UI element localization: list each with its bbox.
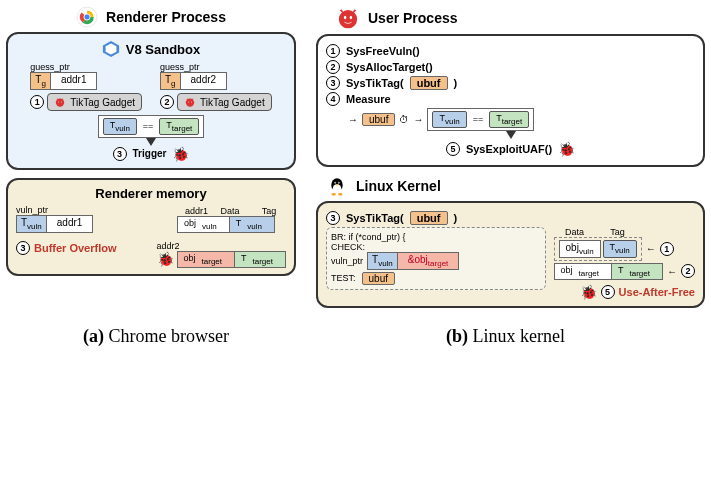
renderer-process-header: Renderer Process [6,6,296,28]
renderer-memory-panel: Renderer memory vuln_ptr Tvuln addr1 add… [6,178,296,276]
tag-hdr: Tag [252,206,286,216]
kstep-3-circle: 3 [326,211,340,225]
diagram-root: Renderer Process V8 Sandbox guess_ptr Tg… [6,6,705,316]
kernel-vuln-ptr-row: vuln_ptr Tvuln &objtarget [331,252,541,270]
tiktag-gadget-1: TikTag Gadget [47,93,142,111]
v8-sandbox-panel: V8 Sandbox guess_ptr Tg addr1 1 [6,32,296,170]
down-arrow [16,138,286,146]
step-1b-circle: 1 [326,44,340,58]
step-1-line: 1 SysFreeVuln() [326,44,695,58]
down-arrow-2 [326,131,695,139]
obj-target: objtarget Ttarget [177,251,286,268]
svg-point-20 [332,193,336,196]
step-5-line: 5 SysExploitUAF() 🐞 [326,141,695,157]
buffer-overflow-label: Buffer Overflow [34,242,117,254]
guess-ptr-row: guess_ptr Tg addr1 1 Ti [16,62,286,111]
k-and-obj-target: &objtarget [398,253,458,269]
linux-column: User Process 1 SysFreeVuln() 2 SysAllocT… [316,6,705,316]
kernel-header: Linux Kernel [326,175,705,197]
bug-icon: 🐞 [172,146,189,162]
ttarget-chip-2: Ttarget [489,111,529,128]
test-row: TEST: ubuf [331,272,541,285]
mem-top-row: vuln_ptr Tvuln addr1 addr1 Data Tag objv… [16,205,286,233]
mem-headers-group: addr1 Data Tag objvuln Tvuln [177,206,286,233]
vuln-addr1: addr1 [47,216,93,232]
kernel-gadget-box: BR: if (*cond_ptr) { CHECK: vuln_ptr Tvu… [326,227,546,290]
addr2-2: addr2 [181,73,227,89]
br-line: BR: if (*cond_ptr) { [331,232,541,242]
caption-b-text: Linux kernel [473,326,565,346]
kernel-body: BR: if (*cond_ptr) { CHECK: vuln_ptr Tvu… [326,227,695,300]
v8-icon [102,40,120,58]
mem-headers: addr1 Data Tag [177,206,286,216]
eq-sign-2: == [473,114,484,124]
step-5-circle: 5 [446,142,460,156]
kobj-target: objtarget Ttarget [554,263,663,280]
tux-icon [326,175,348,197]
kernel-label: Linux Kernel [356,178,441,194]
devil-icon [54,96,66,108]
tvuln-chip-2: Tvuln [432,111,466,128]
eq-row: Tvuln == Ttarget [16,115,286,138]
renderer-mem-title: Renderer memory [16,186,286,201]
step-3c-circle: 3 [326,76,340,90]
caption-a-text: Chrome browser [109,326,229,346]
arrow-down-icon-2 [506,131,516,139]
systiktag-post-k: ) [454,212,458,224]
kobj-vuln-row: objvuln Tvuln ← 1 [554,237,695,261]
step-2-circle: 2 [160,95,174,109]
step-3-circle: 3 [113,147,127,161]
systiktag-pre: SysTikTag( [346,77,404,89]
svg-point-7 [186,98,194,106]
step-2-line: 2 SysAllocTarget() [326,60,695,74]
systiktag-pre-k: SysTikTag( [346,212,404,224]
trigger-label: Trigger [133,148,167,159]
kobj-vuln: objvuln Tvuln [554,237,642,261]
addr2-hdr: addr2 [157,241,286,251]
eq-sign: == [143,121,154,131]
k-tvuln-tag: Tvuln [368,253,398,269]
ttarget-chip: Ttarget [159,118,199,135]
tag-tg-1: Tg [31,73,51,89]
tag-tg-2: Tg [161,73,181,89]
k-step2-circle: 2 [681,264,695,278]
devil-icon [336,6,360,30]
kobj-target-tag: Ttarget [611,264,662,279]
svg-point-18 [338,182,339,183]
obj-vuln-tag: Tvuln [229,217,274,232]
step-2b-circle: 2 [326,60,340,74]
devil-icon [184,96,196,108]
bug-icon-2: 🐞 [157,251,174,267]
tiktag-text-1: TikTag Gadget [70,97,135,108]
guess-ptr-1: guess_ptr Tg addr1 1 Ti [30,62,142,111]
data-hdr: Data [210,206,250,216]
kobj-target-data: objtarget [555,264,611,279]
guess-ptr-label-1: guess_ptr [30,62,142,72]
svg-point-9 [191,102,192,103]
obj-target-data: objtarget [178,252,234,267]
chrome-column: Renderer Process V8 Sandbox guess_ptr Tg… [6,6,296,316]
gadget-row-2: 2 TikTag Gadget [160,93,272,111]
addr1-1: addr1 [51,73,97,89]
ubuf-test: ubuf [362,272,395,285]
ptr-box-1: Tg addr1 [30,72,97,90]
ubuf-flow: ubuf [362,113,395,126]
bug-icon-3: 🐞 [558,141,575,157]
step-3-line: 3 SysTikTag( ubuf ) [326,76,695,90]
svg-point-12 [350,16,352,19]
obj-vuln-data: objvuln [178,217,229,232]
eq-box-2: Tvuln == Ttarget [427,108,534,131]
eq-box: Tvuln == Ttarget [98,115,205,138]
k-step1-circle: 1 [660,242,674,256]
svg-point-21 [338,193,342,196]
buffer-overflow-row: 3 Buffer Overflow [16,241,117,255]
kernel-vuln-ptr-box: Tvuln &objtarget [367,252,459,270]
addr1-hdr: addr1 [185,206,208,216]
systiktag-post: ) [454,77,458,89]
arrow-down-icon [146,138,156,146]
svg-point-1 [84,14,90,20]
caption-b: (b) Linux kernel [306,326,705,347]
clock-icon: ⏱ [399,114,409,125]
ktag-hdr: Tag [600,227,636,237]
mem-bot-row: 3 Buffer Overflow addr2 🐞 objtarget Ttar… [16,241,286,268]
